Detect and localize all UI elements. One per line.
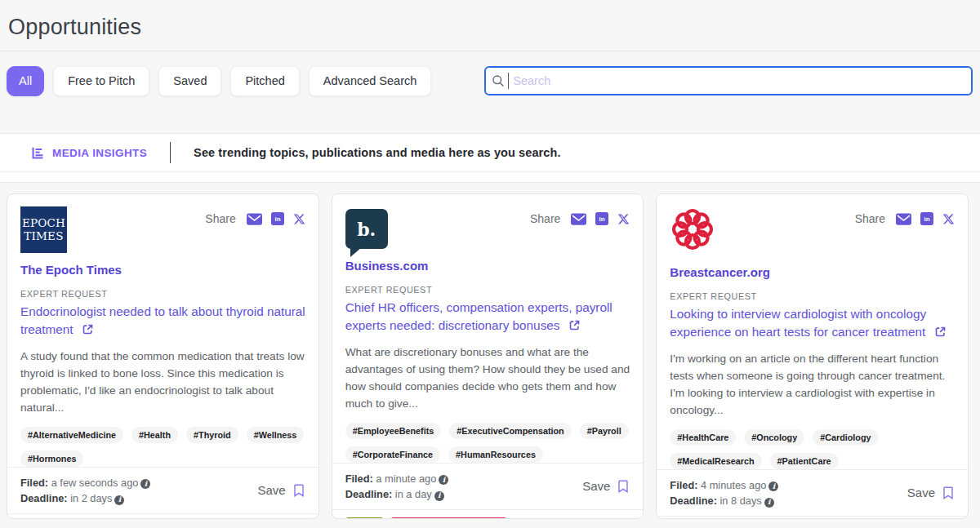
deadline-label: Deadline:	[670, 495, 717, 507]
save-button[interactable]: Save	[257, 483, 305, 498]
hashtag[interactable]: #HumanResources	[448, 446, 543, 463]
publication-name[interactable]: The Epoch Times	[20, 263, 122, 277]
filed-line: Filed: a minute agoi	[345, 471, 449, 486]
hashtag[interactable]: #AlternativeMedicine	[20, 427, 123, 443]
hashtag[interactable]: #Health	[131, 427, 178, 443]
deadline-line: Deadline: in 2 daysi	[20, 490, 150, 506]
card-meta-row: Filed: 4 minutes agoi Deadline: in 8 day…	[657, 469, 968, 516]
hashtag[interactable]: #EmployeeBenefits	[345, 423, 442, 439]
opportunity-title-link[interactable]: Endocrinologist needed to talk about thy…	[20, 303, 305, 340]
page-title: Opportunities	[0, 0, 980, 40]
linkedin-share-icon[interactable]: in	[271, 212, 284, 225]
share-row: Share in	[530, 212, 630, 225]
hashtag[interactable]: #Wellness	[247, 427, 305, 443]
filter-tab-saved[interactable]: Saved	[158, 66, 221, 96]
bookmark-icon	[292, 483, 305, 498]
opportunity-title-text: Looking to interview cardiologist with o…	[670, 307, 926, 339]
hashtag-list: #AlternativeMedicine #Health #Thyroid #W…	[20, 427, 305, 467]
filed-label: Filed:	[345, 473, 373, 485]
info-icon[interactable]: i	[768, 481, 778, 491]
svg-text:in: in	[274, 215, 280, 223]
save-label: Save	[907, 486, 935, 499]
filter-tab-pitched[interactable]: Pitched	[230, 66, 299, 96]
hashtag[interactable]: #Payroll	[580, 423, 629, 439]
opportunity-description: What are discretionary bonuses and what …	[345, 344, 630, 412]
filed-value: a few seconds ago	[51, 477, 139, 489]
expert-request-kicker: EXPERT REQUEST	[670, 291, 955, 301]
share-row: Share in	[205, 212, 305, 225]
badge-row: NEW	[657, 516, 968, 519]
share-label: Share	[205, 212, 235, 225]
publication-name[interactable]: Breastcancer.org	[670, 265, 770, 279]
email-share-icon[interactable]	[571, 213, 586, 225]
filter-toolbar: All Free to Pitch Saved Pitched Advanced…	[0, 51, 980, 97]
deadline-value: in a day	[395, 488, 432, 500]
card-meta-row: Filed: a minute agoi Deadline: in a dayi…	[332, 463, 644, 509]
epoch-times-logo[interactable]: EPOCH TIMES	[20, 206, 67, 253]
email-share-icon[interactable]	[896, 213, 911, 225]
x-share-icon[interactable]	[617, 213, 630, 225]
deadline-label: Deadline:	[345, 488, 393, 500]
media-insights-label: MEDIA INSIGHTS	[52, 147, 147, 159]
opportunity-title-link[interactable]: Chief HR officers, compensation experts,…	[345, 299, 630, 336]
expert-request-kicker: EXPERT REQUEST	[20, 289, 305, 299]
save-label: Save	[582, 479, 610, 493]
deadline-value: in 8 days	[720, 495, 762, 507]
bookmark-icon	[617, 479, 630, 494]
x-share-icon[interactable]	[293, 213, 305, 225]
card-body: b. Share in Business.com EXPERT REQUEST	[332, 194, 644, 463]
hashtag[interactable]: #MedicalResearch	[670, 453, 761, 469]
hashtag[interactable]: #Thyroid	[186, 427, 238, 443]
opportunity-description: I'm working on an article on the differe…	[670, 351, 955, 419]
business-com-logo[interactable]: b.	[345, 209, 388, 249]
hashtag[interactable]: #PatientCare	[770, 453, 839, 469]
hashtag[interactable]: #Hormones	[20, 450, 83, 467]
opportunity-title-link[interactable]: Looking to interview cardiologist with o…	[670, 305, 955, 343]
email-share-icon[interactable]	[247, 213, 262, 225]
svg-text:in: in	[599, 215, 605, 223]
hashtag[interactable]: #CorporateFinance	[345, 446, 440, 463]
vertical-divider	[170, 142, 171, 163]
hashtag[interactable]: #Oncology	[744, 429, 804, 446]
publication-name[interactable]: Business.com	[345, 259, 429, 273]
external-link-icon[interactable]	[82, 322, 94, 340]
filter-tab-all[interactable]: All	[7, 66, 44, 96]
external-link-icon[interactable]	[568, 318, 581, 336]
bookmark-icon	[942, 486, 955, 500]
search-input[interactable]	[484, 66, 973, 95]
text-cursor	[508, 73, 509, 89]
hashtag[interactable]: #ExecutiveCompensation	[449, 423, 571, 439]
filter-tab-free-to-pitch[interactable]: Free to Pitch	[53, 66, 149, 96]
save-label: Save	[257, 483, 285, 497]
media-insights-toggle[interactable]: MEDIA INSIGHTS See trending topics, publ…	[0, 134, 980, 171]
card-top-row: b. Share in	[345, 206, 630, 249]
new-badge: NEW	[345, 517, 384, 519]
search-icon	[492, 74, 505, 87]
breastcancer-org-logo[interactable]	[670, 206, 715, 255]
hashtag[interactable]: #Cardiology	[813, 429, 878, 446]
linkedin-share-icon[interactable]: in	[920, 212, 933, 225]
share-row: Share in	[855, 212, 955, 225]
info-icon[interactable]: i	[114, 495, 124, 505]
x-share-icon[interactable]	[942, 213, 955, 225]
share-label: Share	[855, 212, 885, 225]
logo-text: b.	[357, 219, 376, 240]
opportunity-cards: EPOCH TIMES Share in The Epoch Times	[0, 183, 980, 519]
filter-tab-advanced-search[interactable]: Advanced Search	[309, 66, 431, 96]
opportunity-title-text: Endocrinologist needed to talk about thy…	[20, 304, 305, 336]
info-icon[interactable]: i	[140, 479, 150, 489]
info-icon[interactable]: i	[434, 491, 444, 501]
media-insights-panel: MEDIA INSIGHTS See trending topics, publ…	[0, 133, 980, 183]
badge-row: NEW Deadline Approaching	[7, 513, 318, 519]
linkedin-share-icon[interactable]: in	[595, 212, 608, 225]
save-button[interactable]: Save	[907, 486, 955, 500]
hashtag[interactable]: #HealthCare	[670, 429, 736, 446]
deadline-line: Deadline: in a dayi	[345, 486, 449, 502]
external-link-icon[interactable]	[934, 325, 947, 343]
filed-value: 4 minutes ago	[701, 479, 766, 491]
save-button[interactable]: Save	[582, 479, 630, 494]
deadline-value: in 2 days	[70, 492, 112, 504]
info-icon[interactable]: i	[764, 498, 774, 508]
info-icon[interactable]: i	[439, 475, 448, 485]
deadline-line: Deadline: in 8 daysi	[670, 493, 778, 508]
